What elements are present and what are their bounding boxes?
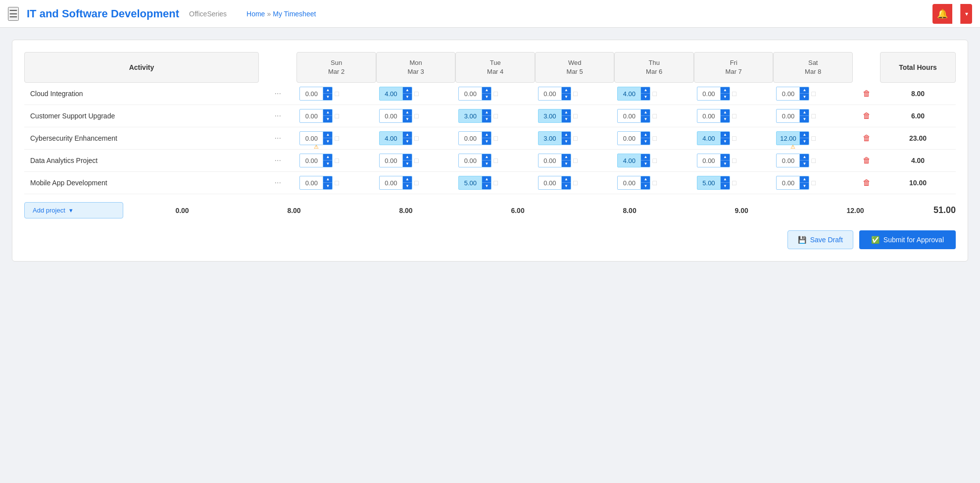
hour-input-row0-day0[interactable] [299, 87, 323, 101]
spin-down-row0-day1[interactable]: ▼ [403, 94, 412, 100]
note-button-row2-day0[interactable]: □ [334, 134, 340, 142]
delete-row-button[interactable]: 🗑 [861, 156, 873, 165]
note-button-row1-day0[interactable]: □ [334, 112, 340, 120]
hour-input-row0-day4[interactable] [617, 87, 641, 101]
spin-up-row4-day1[interactable]: ▲ [403, 176, 412, 183]
spin-up-row0-day0[interactable]: ▲ [323, 87, 332, 94]
spin-up-row4-day6[interactable]: ▲ [800, 176, 809, 183]
spin-up-row2-day3[interactable]: ▲ [562, 132, 571, 138]
spin-up-row1-day0[interactable]: ▲ [323, 109, 332, 116]
spin-down-row4-day4[interactable]: ▼ [641, 183, 650, 189]
delete-cell[interactable]: 🗑 [853, 127, 880, 150]
row-menu-button[interactable]: ··· [271, 155, 284, 166]
hour-input-row3-day2[interactable] [458, 154, 482, 167]
hour-input-row3-day5[interactable] [697, 154, 721, 167]
spin-down-row1-day1[interactable]: ▼ [403, 116, 412, 122]
hour-input-row4-day0[interactable] [299, 176, 323, 190]
add-project-button[interactable]: Add project ▾ [24, 202, 123, 218]
hour-input-row4-day5[interactable] [697, 176, 721, 190]
spin-up-row1-day3[interactable]: ▲ [562, 109, 571, 116]
spin-up-row3-day6[interactable]: ▲ [800, 154, 809, 161]
spin-up-row2-day4[interactable]: ▲ [641, 132, 650, 138]
hour-input-row2-day2[interactable] [458, 131, 482, 145]
row-menu-button[interactable]: ··· [271, 88, 284, 99]
note-button-row0-day6[interactable]: □ [810, 90, 816, 98]
spin-down-row3-day5[interactable]: ▼ [721, 161, 730, 167]
menu-icon[interactable]: ☰ [8, 7, 19, 21]
delete-row-button[interactable]: 🗑 [861, 111, 873, 120]
hour-input-row3-day0[interactable] [299, 154, 323, 167]
spin-up-row4-day2[interactable]: ▲ [482, 176, 491, 183]
hour-input-row0-day2[interactable] [458, 87, 482, 101]
spin-down-row4-day6[interactable]: ▼ [800, 183, 809, 189]
note-button-row2-day1[interactable]: □ [413, 134, 419, 142]
spin-up-row1-day1[interactable]: ▲ [403, 109, 412, 116]
hour-input-row3-day3[interactable] [538, 154, 562, 167]
spin-up-row4-day3[interactable]: ▲ [562, 176, 571, 183]
spin-up-row0-day3[interactable]: ▲ [562, 87, 571, 94]
spin-up-row3-day1[interactable]: ▲ [403, 154, 412, 161]
spin-up-row3-day3[interactable]: ▲ [562, 154, 571, 161]
spin-up-row2-day1[interactable]: ▲ [403, 132, 412, 138]
delete-cell[interactable]: 🗑 [853, 105, 880, 127]
spin-down-row0-day2[interactable]: ▼ [482, 94, 491, 100]
hour-input-row2-day0[interactable] [299, 131, 323, 145]
note-button-row0-day1[interactable]: □ [413, 90, 419, 98]
hour-input-row2-day5[interactable] [697, 131, 721, 145]
spin-down-row1-day5[interactable]: ▼ [721, 116, 730, 122]
hour-input-row1-day5[interactable] [697, 109, 721, 123]
spin-down-row4-day3[interactable]: ▼ [562, 183, 571, 189]
spin-up-row2-day5[interactable]: ▲ [721, 132, 730, 138]
spin-up-row0-day1[interactable]: ▲ [403, 87, 412, 94]
note-button-row4-day0[interactable]: □ [334, 179, 340, 187]
delete-cell[interactable]: 🗑 [853, 150, 880, 172]
note-button-row4-day1[interactable]: □ [413, 179, 419, 187]
spin-down-row2-day5[interactable]: ▼ [721, 138, 730, 145]
spin-up-row3-day0[interactable]: ▲ [323, 154, 332, 161]
spin-down-row4-day0[interactable]: ▼ [323, 183, 332, 189]
spin-down-row2-day0[interactable]: ▼ [323, 138, 332, 145]
spin-up-row1-day2[interactable]: ▲ [482, 109, 491, 116]
spin-down-row3-day4[interactable]: ▼ [641, 161, 650, 167]
spin-up-row3-day4[interactable]: ▲ [641, 154, 650, 161]
hour-input-row3-day1[interactable] [379, 154, 403, 167]
spin-down-row1-day4[interactable]: ▼ [641, 116, 650, 122]
note-button-row4-day2[interactable]: □ [492, 179, 498, 187]
spin-up-row2-day2[interactable]: ▲ [482, 132, 491, 138]
spin-down-row4-day1[interactable]: ▼ [403, 183, 412, 189]
row-menu-button[interactable]: ··· [271, 133, 284, 144]
hour-input-row4-day1[interactable] [379, 176, 403, 190]
note-button-row2-day3[interactable]: □ [572, 134, 578, 142]
delete-cell[interactable]: 🗑 [853, 83, 880, 105]
breadcrumb-home[interactable]: Home [246, 10, 265, 18]
spin-down-row2-day2[interactable]: ▼ [482, 138, 491, 145]
spin-up-row4-day5[interactable]: ▲ [721, 176, 730, 183]
hour-input-row4-day6[interactable] [776, 176, 800, 190]
hour-input-row2-day1[interactable] [379, 131, 403, 145]
spin-down-row0-day4[interactable]: ▼ [641, 94, 650, 100]
spin-down-row3-day2[interactable]: ▼ [482, 161, 491, 167]
row-menu-button[interactable]: ··· [271, 177, 284, 188]
hour-input-row2-day4[interactable] [617, 131, 641, 145]
hour-input-row2-day6[interactable] [776, 131, 800, 145]
hour-input-row0-day5[interactable] [697, 87, 721, 101]
delete-row-button[interactable]: 🗑 [861, 178, 873, 187]
notification-bell-button[interactable]: 🔔 [932, 4, 952, 24]
notification-dropdown-button[interactable]: ▾ [960, 4, 972, 24]
spin-down-row1-day6[interactable]: ▼ [800, 116, 809, 122]
note-button-row2-day4[interactable]: □ [651, 134, 657, 142]
note-button-row3-day0[interactable]: □ [334, 157, 340, 164]
spin-up-row1-day5[interactable]: ▲ [721, 109, 730, 116]
hour-input-row1-day6[interactable] [776, 109, 800, 123]
spin-down-row2-day1[interactable]: ▼ [403, 138, 412, 145]
note-button-row1-day6[interactable]: □ [810, 112, 816, 120]
spin-up-row0-day5[interactable]: ▲ [721, 87, 730, 94]
note-button-row1-day3[interactable]: □ [572, 112, 578, 120]
delete-row-button[interactable]: 🗑 [861, 134, 873, 143]
spin-down-row1-day2[interactable]: ▼ [482, 116, 491, 122]
hour-input-row4-day4[interactable] [617, 176, 641, 190]
save-draft-button[interactable]: 💾 Save Draft [787, 230, 853, 249]
note-button-row0-day2[interactable]: □ [492, 90, 498, 98]
hour-input-row1-day0[interactable] [299, 109, 323, 123]
note-button-row1-day2[interactable]: □ [492, 112, 498, 120]
